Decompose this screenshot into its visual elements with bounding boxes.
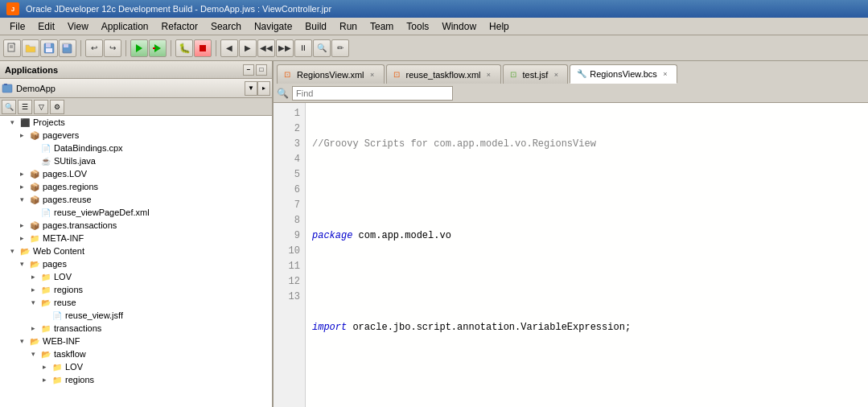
- menu-view[interactable]: View: [61, 19, 95, 34]
- tree-node-web-inf[interactable]: ▾ 📂 WEB-INF: [0, 335, 272, 347]
- tab-icon-jsf: ⊡: [510, 70, 520, 80]
- tree-node-sutils[interactable]: ☕ SUtils.java: [0, 154, 272, 167]
- tree-node-regions[interactable]: ▸ 📁 regions: [0, 283, 272, 296]
- debug-button[interactable]: [149, 39, 167, 57]
- save-all-button[interactable]: [59, 39, 76, 57]
- expand-projects[interactable]: ▾: [7, 117, 17, 127]
- tab-test-jsf[interactable]: ⊡ test.jsf ×: [503, 64, 569, 84]
- tab-close-regionsview-bcs[interactable]: ×: [660, 69, 670, 79]
- menu-application[interactable]: Application: [95, 19, 155, 34]
- panel-controls: − □: [243, 64, 267, 76]
- expand-regions2[interactable]: ▸: [39, 375, 49, 384]
- expand-regions[interactable]: ▸: [28, 285, 38, 294]
- expand-pages-regions[interactable]: ▸: [17, 182, 27, 191]
- open-button[interactable]: [22, 39, 39, 57]
- nav3-button[interactable]: ◀◀: [257, 39, 275, 57]
- expand-pages-reuse[interactable]: ▾: [17, 195, 27, 204]
- tree-node-meta-inf[interactable]: ▸ 📁 META-INF: [0, 232, 272, 245]
- project-expand-button[interactable]: ▸: [257, 81, 270, 96]
- expand-lov2[interactable]: ▸: [39, 362, 49, 372]
- menu-run[interactable]: Run: [333, 19, 364, 34]
- menu-build[interactable]: Build: [298, 19, 333, 34]
- expand-reuse-vp[interactable]: [28, 208, 38, 217]
- tree-node-databindings[interactable]: 📄 DataBindings.cpx: [0, 142, 272, 154]
- expand-meta-inf[interactable]: ▸: [17, 233, 27, 243]
- menu-window[interactable]: Window: [435, 19, 483, 34]
- tab-reuse-taskflow-xml[interactable]: ⊡ reuse_taskflow.xml ×: [386, 64, 501, 84]
- forward-button[interactable]: ▶: [239, 39, 257, 57]
- undo-button[interactable]: ↩: [85, 39, 103, 57]
- expand-lov[interactable]: ▸: [28, 272, 38, 282]
- tree-node-reuse-viewpagedef[interactable]: 📄 reuse_viewPageDef.xml: [0, 206, 272, 219]
- project-dropdown-button[interactable]: ▼: [245, 81, 257, 96]
- bug-button[interactable]: 🐛: [175, 39, 193, 57]
- expand-web-inf[interactable]: ▾: [17, 336, 27, 346]
- tree-node-pages[interactable]: ▾ 📂 pages: [0, 257, 272, 270]
- expand-pages-transactions[interactable]: ▸: [17, 220, 27, 230]
- panel-maximize-button[interactable]: □: [256, 64, 267, 76]
- tree-label-sutils: SUtils.java: [54, 156, 96, 166]
- stop-button[interactable]: [194, 39, 212, 57]
- code-content[interactable]: //Groovy Scripts for com.app.model.vo.Re…: [306, 103, 868, 407]
- tree-node-pages-reuse[interactable]: ▾ 📦 pages.reuse: [0, 193, 272, 206]
- svg-rect-4: [46, 43, 51, 47]
- tab-regionsview-bcs[interactable]: 🔧 RegionsView.bcs ×: [570, 64, 677, 84]
- tree-node-reuse-view[interactable]: 📄 reuse_view.jsff: [0, 309, 272, 322]
- tab-close-test-jsf[interactable]: ×: [551, 70, 561, 80]
- nav6-button[interactable]: 🔍: [313, 39, 331, 57]
- tree-search-button[interactable]: 🔍: [2, 100, 16, 114]
- tree-node-web-content[interactable]: ▾ 📂 Web Content: [0, 245, 272, 257]
- new-button[interactable]: [3, 39, 21, 57]
- tab-close-regionsview-xml[interactable]: ×: [368, 70, 377, 80]
- tree-node-lov2[interactable]: ▸ 📁 LOV: [0, 360, 272, 373]
- tree-node-pages-transactions[interactable]: ▸ 📦 pages.transactions: [0, 219, 272, 232]
- tree-settings-button[interactable]: ⚙: [50, 100, 64, 114]
- menu-search[interactable]: Search: [204, 19, 248, 34]
- panel-minimize-button[interactable]: −: [243, 64, 254, 76]
- run-button[interactable]: [130, 39, 148, 57]
- tree-node-reuse[interactable]: ▾ 📂 reuse: [0, 296, 272, 309]
- xml-icon: 📄: [40, 142, 51, 154]
- tree-node-projects[interactable]: ▾ ⬛ Projects: [0, 116, 272, 129]
- tree-node-regions2[interactable]: ▸ 📁 regions: [0, 373, 272, 386]
- menu-help[interactable]: Help: [483, 19, 516, 34]
- expand-reuse-view[interactable]: [39, 310, 49, 320]
- nav5-button[interactable]: ⏸: [294, 39, 312, 57]
- toolbar-group-run: [130, 39, 167, 57]
- tree-node-pages-regions[interactable]: ▸ 📦 pages.regions: [0, 180, 272, 193]
- expand-transactions[interactable]: ▸: [28, 323, 38, 333]
- line-num-3: 3: [278, 137, 300, 152]
- expand-web-content[interactable]: ▾: [7, 246, 17, 256]
- nav4-button[interactable]: ▶▶: [276, 39, 294, 57]
- tree-node-lov[interactable]: ▸ 📁 LOV: [0, 270, 272, 283]
- tab-regionsview-xml[interactable]: ⊡ RegionsView.xml ×: [277, 64, 385, 84]
- tree-filter-button[interactable]: ▽: [34, 100, 48, 114]
- back-button[interactable]: ◀: [220, 39, 238, 57]
- menu-edit[interactable]: Edit: [31, 19, 61, 34]
- redo-button[interactable]: ↪: [104, 39, 121, 57]
- find-input[interactable]: [292, 86, 453, 101]
- expand-pagevers[interactable]: ▸: [17, 130, 27, 140]
- expand-pages-lov[interactable]: ▸: [17, 169, 27, 179]
- expand-pages[interactable]: ▾: [17, 259, 27, 269]
- projects-icon: ⬛: [19, 117, 31, 128]
- save-button[interactable]: [40, 39, 58, 57]
- menu-refactor[interactable]: Refactor: [155, 19, 204, 34]
- tree-node-pages-lov[interactable]: ▸ 📦 pages.LOV: [0, 167, 272, 180]
- menu-team[interactable]: Team: [364, 19, 400, 34]
- expand-reuse[interactable]: ▾: [28, 298, 38, 307]
- code-line-2: [312, 183, 862, 198]
- menu-navigate[interactable]: Navigate: [248, 19, 298, 34]
- toolbar-group-nav: ◀ ▶ ◀◀ ▶▶ ⏸ 🔍 ✏: [220, 39, 349, 57]
- tab-close-reuse-taskflow[interactable]: ×: [484, 70, 494, 80]
- menu-file[interactable]: File: [3, 19, 31, 34]
- tree-node-taskflow[interactable]: ▾ 📂 taskflow: [0, 347, 272, 360]
- expand-sutils[interactable]: [28, 156, 38, 166]
- expand-databindings[interactable]: [28, 143, 38, 153]
- tree-node-pagevers[interactable]: ▸ 📦 pagevers: [0, 129, 272, 142]
- expand-taskflow[interactable]: ▾: [28, 349, 38, 359]
- tree-node-transactions[interactable]: ▸ 📁 transactions: [0, 322, 272, 335]
- tree-view-button[interactable]: ☰: [18, 100, 32, 114]
- nav7-button[interactable]: ✏: [331, 39, 349, 57]
- menu-tools[interactable]: Tools: [400, 19, 435, 34]
